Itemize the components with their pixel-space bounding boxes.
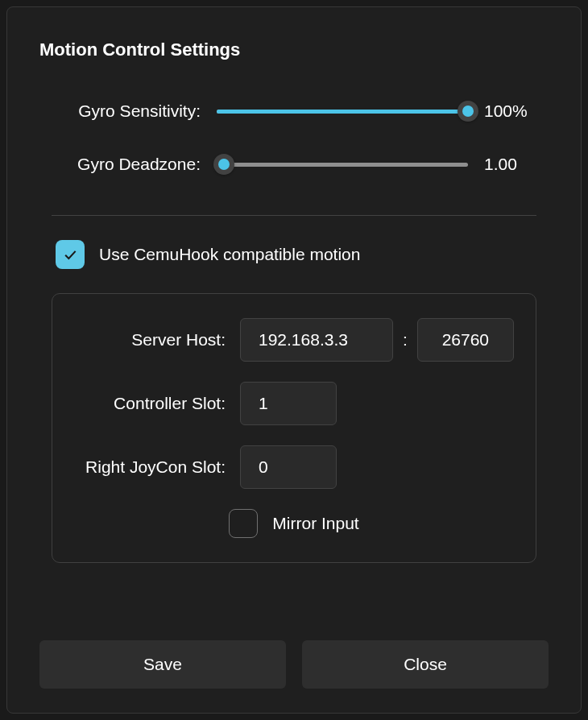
mirror-input-row: Mirror Input (81, 509, 507, 538)
button-row: Save Close (39, 608, 549, 689)
slider-thumb[interactable] (458, 101, 478, 122)
gyro-deadzone-label: Gyro Deadzone: (56, 155, 201, 174)
cemuhook-row: Use CemuHook compatible motion (56, 240, 549, 269)
close-button[interactable]: Close (302, 640, 549, 689)
slider-thumb[interactable] (213, 154, 234, 175)
slider-thumb-inner (462, 106, 474, 117)
slider-track (217, 163, 468, 167)
slider-fill (217, 110, 468, 114)
server-port-input[interactable] (417, 318, 514, 362)
check-icon (62, 246, 78, 263)
save-button[interactable]: Save (39, 640, 286, 689)
gyro-deadzone-row: Gyro Deadzone: 1.00 (56, 154, 532, 175)
controller-slot-row: Controller Slot: (81, 382, 507, 425)
cemuhook-label: Use CemuHook compatible motion (99, 245, 360, 264)
controller-slot-input[interactable] (240, 382, 337, 425)
joycon-slot-label: Right JoyCon Slot: (81, 457, 226, 477)
server-panel: Server Host: : Controller Slot: Right Jo… (52, 293, 536, 563)
host-port-separator: : (403, 330, 408, 350)
slider-section: Gyro Sensitivity: 100% Gyro Deadzone: 1.… (39, 101, 549, 191)
server-host-group: : (240, 318, 514, 362)
dialog-title: Motion Control Settings (39, 39, 549, 60)
mirror-input-label: Mirror Input (272, 514, 358, 533)
slider-thumb-inner (218, 159, 230, 170)
gyro-sensitivity-value: 100% (484, 101, 532, 121)
joycon-slot-input[interactable] (240, 445, 337, 489)
cemuhook-checkbox[interactable] (56, 240, 85, 269)
controller-slot-label: Controller Slot: (81, 394, 226, 413)
mirror-input-checkbox[interactable] (229, 509, 258, 538)
server-host-row: Server Host: : (81, 318, 507, 362)
server-host-input[interactable] (240, 318, 393, 362)
gyro-sensitivity-slider[interactable] (217, 101, 468, 122)
server-host-label: Server Host: (81, 330, 226, 350)
gyro-deadzone-value: 1.00 (484, 155, 532, 174)
gyro-sensitivity-row: Gyro Sensitivity: 100% (56, 101, 532, 122)
joycon-slot-row: Right JoyCon Slot: (81, 445, 507, 489)
gyro-sensitivity-label: Gyro Sensitivity: (56, 101, 201, 121)
motion-settings-dialog: Motion Control Settings Gyro Sensitivity… (6, 6, 582, 714)
divider (52, 215, 536, 216)
gyro-deadzone-slider[interactable] (217, 154, 468, 175)
